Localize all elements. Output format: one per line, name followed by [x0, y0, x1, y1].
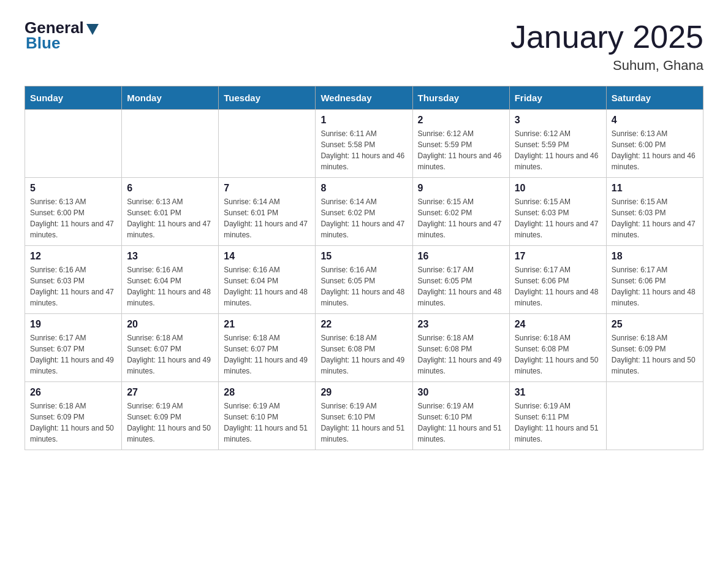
logo-arrow-icon — [86, 24, 99, 35]
day-info: Sunrise: 6:19 AMSunset: 6:11 PMDaylight:… — [515, 400, 601, 445]
day-number: 20 — [127, 319, 213, 330]
day-info: Sunrise: 6:18 AMSunset: 6:08 PMDaylight:… — [320, 332, 407, 377]
day-cell — [122, 110, 219, 178]
day-info: Sunrise: 6:14 AMSunset: 6:02 PMDaylight:… — [320, 196, 407, 240]
day-info: Sunrise: 6:12 AMSunset: 5:59 PMDaylight:… — [515, 128, 601, 172]
header-day-wednesday: Wednesday — [316, 86, 412, 110]
day-number: 30 — [418, 387, 504, 398]
day-cell: 7Sunrise: 6:14 AMSunset: 6:01 PMDaylight… — [219, 178, 316, 246]
day-info: Sunrise: 6:18 AMSunset: 6:08 PMDaylight:… — [515, 332, 601, 377]
day-cell: 5Sunrise: 6:13 AMSunset: 6:00 PMDaylight… — [25, 178, 122, 246]
day-cell: 11Sunrise: 6:15 AMSunset: 6:03 PMDayligh… — [606, 178, 703, 246]
day-cell: 25Sunrise: 6:18 AMSunset: 6:09 PMDayligh… — [606, 314, 703, 382]
day-cell: 9Sunrise: 6:15 AMSunset: 6:02 PMDaylight… — [412, 178, 509, 246]
day-cell: 6Sunrise: 6:13 AMSunset: 6:01 PMDaylight… — [122, 178, 219, 246]
day-cell: 17Sunrise: 6:17 AMSunset: 6:06 PMDayligh… — [509, 246, 606, 314]
week-row-5: 26Sunrise: 6:18 AMSunset: 6:09 PMDayligh… — [25, 382, 703, 450]
day-info: Sunrise: 6:11 AMSunset: 5:58 PMDaylight:… — [320, 128, 407, 172]
day-cell — [25, 110, 122, 178]
day-number: 1 — [320, 115, 407, 126]
day-info: Sunrise: 6:17 AMSunset: 6:07 PMDaylight:… — [30, 332, 116, 377]
page-header: General Blue January 2025 Suhum, Ghana — [25, 18, 703, 74]
day-info: Sunrise: 6:18 AMSunset: 6:08 PMDaylight:… — [418, 332, 504, 377]
title-section: January 2025 Suhum, Ghana — [510, 18, 703, 74]
header-day-monday: Monday — [122, 86, 219, 110]
day-cell: 3Sunrise: 6:12 AMSunset: 5:59 PMDaylight… — [509, 110, 606, 178]
day-number: 25 — [612, 319, 698, 330]
day-number: 21 — [224, 319, 310, 330]
week-row-4: 19Sunrise: 6:17 AMSunset: 6:07 PMDayligh… — [25, 314, 703, 382]
day-cell: 30Sunrise: 6:19 AMSunset: 6:10 PMDayligh… — [412, 382, 509, 450]
day-info: Sunrise: 6:18 AMSunset: 6:07 PMDaylight:… — [224, 332, 310, 377]
day-cell: 8Sunrise: 6:14 AMSunset: 6:02 PMDaylight… — [316, 178, 412, 246]
day-cell — [606, 382, 703, 450]
day-info: Sunrise: 6:15 AMSunset: 6:03 PMDaylight:… — [515, 196, 601, 240]
day-cell — [219, 110, 316, 178]
day-number: 15 — [320, 251, 407, 262]
day-info: Sunrise: 6:16 AMSunset: 6:05 PMDaylight:… — [320, 264, 407, 308]
day-number: 8 — [320, 183, 407, 194]
day-info: Sunrise: 6:17 AMSunset: 6:05 PMDaylight:… — [418, 264, 504, 308]
day-cell: 23Sunrise: 6:18 AMSunset: 6:08 PMDayligh… — [412, 314, 509, 382]
header-day-thursday: Thursday — [412, 86, 509, 110]
day-number: 14 — [224, 251, 310, 262]
day-info: Sunrise: 6:19 AMSunset: 6:10 PMDaylight:… — [418, 400, 504, 445]
day-info: Sunrise: 6:19 AMSunset: 6:09 PMDaylight:… — [127, 400, 213, 445]
day-info: Sunrise: 6:17 AMSunset: 6:06 PMDaylight:… — [612, 264, 698, 308]
day-info: Sunrise: 6:18 AMSunset: 6:09 PMDaylight:… — [30, 400, 116, 445]
day-cell: 19Sunrise: 6:17 AMSunset: 6:07 PMDayligh… — [25, 314, 122, 382]
day-number: 16 — [418, 251, 504, 262]
day-number: 18 — [612, 251, 698, 262]
day-info: Sunrise: 6:15 AMSunset: 6:02 PMDaylight:… — [418, 196, 504, 240]
day-info: Sunrise: 6:19 AMSunset: 6:10 PMDaylight:… — [320, 400, 407, 445]
week-row-2: 5Sunrise: 6:13 AMSunset: 6:00 PMDaylight… — [25, 178, 703, 246]
day-cell: 18Sunrise: 6:17 AMSunset: 6:06 PMDayligh… — [606, 246, 703, 314]
logo-blue-text: Blue — [26, 34, 60, 53]
day-number: 4 — [612, 115, 698, 126]
day-number: 6 — [127, 183, 213, 194]
day-cell: 24Sunrise: 6:18 AMSunset: 6:08 PMDayligh… — [509, 314, 606, 382]
day-cell: 15Sunrise: 6:16 AMSunset: 6:05 PMDayligh… — [316, 246, 412, 314]
day-info: Sunrise: 6:17 AMSunset: 6:06 PMDaylight:… — [515, 264, 601, 308]
day-number: 19 — [30, 319, 116, 330]
day-info: Sunrise: 6:16 AMSunset: 6:04 PMDaylight:… — [127, 264, 213, 308]
header-day-tuesday: Tuesday — [219, 86, 316, 110]
calendar-subtitle: Suhum, Ghana — [510, 58, 703, 74]
day-number: 23 — [418, 319, 504, 330]
day-cell: 29Sunrise: 6:19 AMSunset: 6:10 PMDayligh… — [316, 382, 412, 450]
day-cell: 13Sunrise: 6:16 AMSunset: 6:04 PMDayligh… — [122, 246, 219, 314]
day-info: Sunrise: 6:13 AMSunset: 6:00 PMDaylight:… — [612, 128, 698, 172]
day-number: 13 — [127, 251, 213, 262]
week-row-3: 12Sunrise: 6:16 AMSunset: 6:03 PMDayligh… — [25, 246, 703, 314]
calendar-table: SundayMondayTuesdayWednesdayThursdayFrid… — [25, 86, 703, 450]
day-number: 2 — [418, 115, 504, 126]
day-cell: 2Sunrise: 6:12 AMSunset: 5:59 PMDaylight… — [412, 110, 509, 178]
day-cell: 12Sunrise: 6:16 AMSunset: 6:03 PMDayligh… — [25, 246, 122, 314]
day-number: 11 — [612, 183, 698, 194]
day-cell: 10Sunrise: 6:15 AMSunset: 6:03 PMDayligh… — [509, 178, 606, 246]
day-number: 7 — [224, 183, 310, 194]
day-number: 3 — [515, 115, 601, 126]
day-cell: 16Sunrise: 6:17 AMSunset: 6:05 PMDayligh… — [412, 246, 509, 314]
day-cell: 26Sunrise: 6:18 AMSunset: 6:09 PMDayligh… — [25, 382, 122, 450]
header-row: SundayMondayTuesdayWednesdayThursdayFrid… — [25, 86, 703, 110]
day-number: 29 — [320, 387, 407, 398]
day-number: 10 — [515, 183, 601, 194]
day-cell: 28Sunrise: 6:19 AMSunset: 6:10 PMDayligh… — [219, 382, 316, 450]
day-info: Sunrise: 6:18 AMSunset: 6:07 PMDaylight:… — [127, 332, 213, 377]
day-cell: 21Sunrise: 6:18 AMSunset: 6:07 PMDayligh… — [219, 314, 316, 382]
week-row-1: 1Sunrise: 6:11 AMSunset: 5:58 PMDaylight… — [25, 110, 703, 178]
day-number: 12 — [30, 251, 116, 262]
day-info: Sunrise: 6:19 AMSunset: 6:10 PMDaylight:… — [224, 400, 310, 445]
day-number: 26 — [30, 387, 116, 398]
day-info: Sunrise: 6:13 AMSunset: 6:00 PMDaylight:… — [30, 196, 116, 240]
day-cell: 27Sunrise: 6:19 AMSunset: 6:09 PMDayligh… — [122, 382, 219, 450]
day-number: 22 — [320, 319, 407, 330]
day-number: 28 — [224, 387, 310, 398]
day-number: 9 — [418, 183, 504, 194]
header-day-friday: Friday — [509, 86, 606, 110]
day-cell: 31Sunrise: 6:19 AMSunset: 6:11 PMDayligh… — [509, 382, 606, 450]
day-info: Sunrise: 6:15 AMSunset: 6:03 PMDaylight:… — [612, 196, 698, 240]
day-number: 24 — [515, 319, 601, 330]
day-info: Sunrise: 6:14 AMSunset: 6:01 PMDaylight:… — [224, 196, 310, 240]
